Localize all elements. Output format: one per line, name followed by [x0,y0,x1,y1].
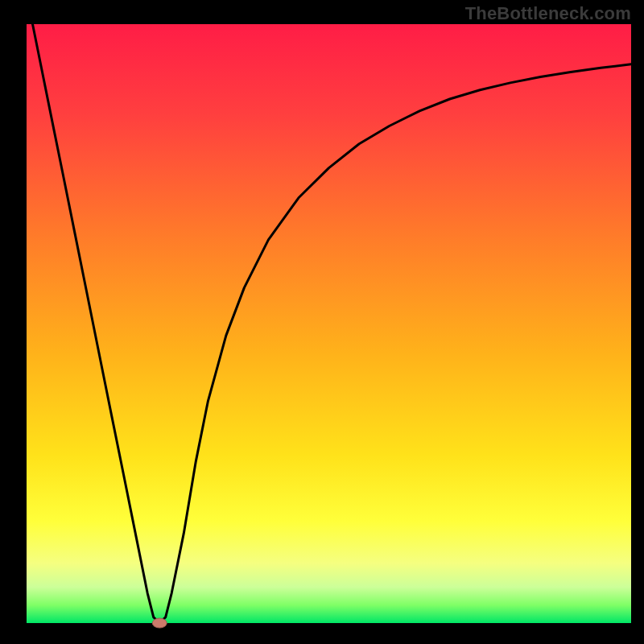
bottleneck-chart [0,0,644,644]
minimum-marker [152,618,167,628]
plot-background [27,24,631,623]
chart-frame: TheBottleneck.com [0,0,644,644]
attribution-text: TheBottleneck.com [465,3,631,24]
